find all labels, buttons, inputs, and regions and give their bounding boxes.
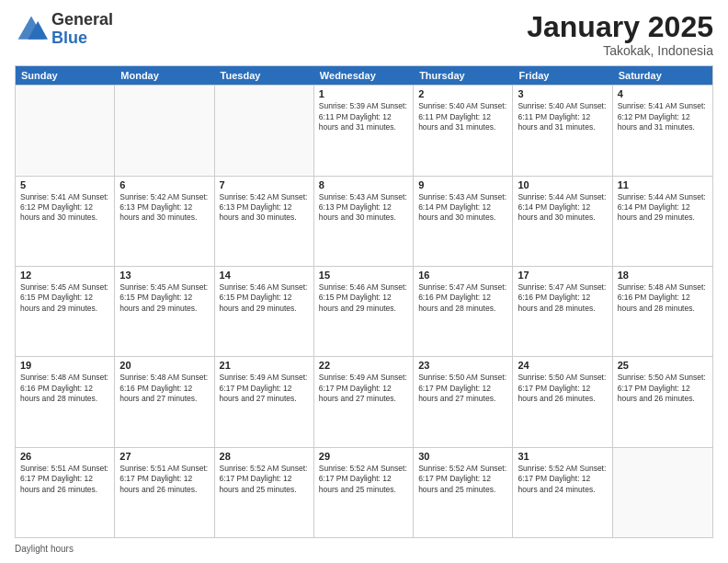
calendar-cell: 12Sunrise: 5:45 AM Sunset: 6:15 PM Dayli… xyxy=(16,267,115,356)
calendar-cell: 8Sunrise: 5:43 AM Sunset: 6:13 PM Daylig… xyxy=(314,177,414,266)
day-info: Sunrise: 5:47 AM Sunset: 6:16 PM Dayligh… xyxy=(418,282,507,314)
calendar-cell: 19Sunrise: 5:48 AM Sunset: 6:16 PM Dayli… xyxy=(16,357,115,446)
calendar: SundayMondayTuesdayWednesdayThursdayFrid… xyxy=(15,65,713,538)
day-number: 3 xyxy=(518,88,607,99)
day-info: Sunrise: 5:46 AM Sunset: 6:15 PM Dayligh… xyxy=(220,282,309,314)
day-info: Sunrise: 5:52 AM Sunset: 6:17 PM Dayligh… xyxy=(518,464,607,495)
day-number: 25 xyxy=(618,360,708,371)
day-info: Sunrise: 5:46 AM Sunset: 6:15 PM Dayligh… xyxy=(319,282,408,314)
calendar-cell: 3Sunrise: 5:40 AM Sunset: 6:11 PM Daylig… xyxy=(513,86,612,175)
calendar-cell: 27Sunrise: 5:51 AM Sunset: 6:17 PM Dayli… xyxy=(115,448,214,537)
day-number: 24 xyxy=(518,360,607,371)
calendar-cell: 20Sunrise: 5:48 AM Sunset: 6:16 PM Dayli… xyxy=(115,357,214,446)
calendar-cell: 30Sunrise: 5:52 AM Sunset: 6:17 PM Dayli… xyxy=(414,448,513,537)
calendar-header-cell: Sunday xyxy=(16,66,115,85)
calendar-cell: 10Sunrise: 5:44 AM Sunset: 6:14 PM Dayli… xyxy=(513,177,612,266)
day-number: 4 xyxy=(618,88,708,99)
day-number: 11 xyxy=(618,179,708,190)
day-info: Sunrise: 5:52 AM Sunset: 6:17 PM Dayligh… xyxy=(220,464,309,495)
day-info: Sunrise: 5:49 AM Sunset: 6:17 PM Dayligh… xyxy=(319,373,408,404)
day-number: 20 xyxy=(119,360,209,371)
day-number: 8 xyxy=(319,179,408,190)
header: General Blue January 2025 Takokak, Indon… xyxy=(15,11,713,58)
day-number: 5 xyxy=(20,179,109,190)
calendar-header-cell: Friday xyxy=(513,66,612,85)
footer: Daylight hours xyxy=(15,544,713,554)
calendar-cell: 11Sunrise: 5:44 AM Sunset: 6:14 PM Dayli… xyxy=(613,177,712,266)
day-number: 12 xyxy=(20,270,109,281)
calendar-week-row: 1Sunrise: 5:39 AM Sunset: 6:11 PM Daylig… xyxy=(16,85,712,175)
calendar-cell: 26Sunrise: 5:51 AM Sunset: 6:17 PM Dayli… xyxy=(16,448,115,537)
calendar-cell: 18Sunrise: 5:48 AM Sunset: 6:16 PM Dayli… xyxy=(613,267,712,356)
day-info: Sunrise: 5:48 AM Sunset: 6:16 PM Dayligh… xyxy=(20,373,109,404)
calendar-header-row: SundayMondayTuesdayWednesdayThursdayFrid… xyxy=(16,66,712,85)
calendar-cell: 9Sunrise: 5:43 AM Sunset: 6:14 PM Daylig… xyxy=(414,177,513,266)
logo: General Blue xyxy=(15,11,113,48)
calendar-week-row: 12Sunrise: 5:45 AM Sunset: 6:15 PM Dayli… xyxy=(16,266,712,356)
day-number: 18 xyxy=(618,270,708,281)
calendar-cell: 25Sunrise: 5:50 AM Sunset: 6:17 PM Dayli… xyxy=(613,357,712,446)
calendar-week-row: 19Sunrise: 5:48 AM Sunset: 6:16 PM Dayli… xyxy=(16,356,712,446)
day-info: Sunrise: 5:42 AM Sunset: 6:13 PM Dayligh… xyxy=(220,192,309,224)
day-info: Sunrise: 5:48 AM Sunset: 6:16 PM Dayligh… xyxy=(618,282,708,314)
logo-text: General Blue xyxy=(51,11,113,48)
day-number: 21 xyxy=(220,360,309,371)
calendar-cell xyxy=(115,86,214,175)
calendar-cell: 22Sunrise: 5:49 AM Sunset: 6:17 PM Dayli… xyxy=(314,357,414,446)
day-info: Sunrise: 5:49 AM Sunset: 6:17 PM Dayligh… xyxy=(220,373,309,404)
day-info: Sunrise: 5:52 AM Sunset: 6:17 PM Dayligh… xyxy=(418,464,507,495)
calendar-header-cell: Tuesday xyxy=(215,66,314,85)
day-number: 14 xyxy=(220,270,309,281)
day-number: 16 xyxy=(418,270,507,281)
day-info: Sunrise: 5:41 AM Sunset: 6:12 PM Dayligh… xyxy=(20,192,109,224)
calendar-header-cell: Thursday xyxy=(414,66,513,85)
title-month: January 2025 xyxy=(527,11,713,43)
logo-icon xyxy=(15,13,48,46)
calendar-week-row: 5Sunrise: 5:41 AM Sunset: 6:12 PM Daylig… xyxy=(16,176,712,266)
calendar-body: 1Sunrise: 5:39 AM Sunset: 6:11 PM Daylig… xyxy=(16,85,712,537)
day-info: Sunrise: 5:44 AM Sunset: 6:14 PM Dayligh… xyxy=(518,192,607,224)
calendar-header-cell: Monday xyxy=(115,66,214,85)
day-info: Sunrise: 5:52 AM Sunset: 6:17 PM Dayligh… xyxy=(319,464,408,495)
day-number: 1 xyxy=(319,88,408,99)
day-number: 15 xyxy=(319,270,408,281)
day-info: Sunrise: 5:50 AM Sunset: 6:17 PM Dayligh… xyxy=(618,373,708,404)
calendar-cell: 13Sunrise: 5:45 AM Sunset: 6:15 PM Dayli… xyxy=(115,267,214,356)
calendar-cell: 17Sunrise: 5:47 AM Sunset: 6:16 PM Dayli… xyxy=(513,267,612,356)
logo-blue-text: Blue xyxy=(51,29,113,48)
day-info: Sunrise: 5:45 AM Sunset: 6:15 PM Dayligh… xyxy=(119,282,209,314)
title-block: January 2025 Takokak, Indonesia xyxy=(527,11,713,58)
calendar-cell xyxy=(215,86,314,175)
logo-general-text: General xyxy=(51,11,113,29)
day-info: Sunrise: 5:51 AM Sunset: 6:17 PM Dayligh… xyxy=(119,464,209,495)
day-number: 30 xyxy=(418,451,507,462)
day-info: Sunrise: 5:47 AM Sunset: 6:16 PM Dayligh… xyxy=(518,282,607,314)
day-info: Sunrise: 5:50 AM Sunset: 6:17 PM Dayligh… xyxy=(418,373,507,404)
day-number: 2 xyxy=(418,88,507,99)
calendar-cell: 14Sunrise: 5:46 AM Sunset: 6:15 PM Dayli… xyxy=(215,267,314,356)
title-location: Takokak, Indonesia xyxy=(527,43,713,58)
calendar-cell xyxy=(16,86,115,175)
day-number: 27 xyxy=(119,451,209,462)
calendar-cell: 29Sunrise: 5:52 AM Sunset: 6:17 PM Dayli… xyxy=(314,448,414,537)
calendar-week-row: 26Sunrise: 5:51 AM Sunset: 6:17 PM Dayli… xyxy=(16,447,712,537)
calendar-cell: 16Sunrise: 5:47 AM Sunset: 6:16 PM Dayli… xyxy=(414,267,513,356)
day-info: Sunrise: 5:39 AM Sunset: 6:11 PM Dayligh… xyxy=(319,101,408,132)
day-info: Sunrise: 5:44 AM Sunset: 6:14 PM Dayligh… xyxy=(618,192,708,224)
day-number: 10 xyxy=(518,179,607,190)
day-number: 26 xyxy=(20,451,109,462)
day-info: Sunrise: 5:42 AM Sunset: 6:13 PM Dayligh… xyxy=(119,192,209,224)
calendar-cell: 23Sunrise: 5:50 AM Sunset: 6:17 PM Dayli… xyxy=(414,357,513,446)
day-info: Sunrise: 5:50 AM Sunset: 6:17 PM Dayligh… xyxy=(518,373,607,404)
calendar-cell: 21Sunrise: 5:49 AM Sunset: 6:17 PM Dayli… xyxy=(215,357,314,446)
day-number: 22 xyxy=(319,360,408,371)
day-info: Sunrise: 5:40 AM Sunset: 6:11 PM Dayligh… xyxy=(418,101,507,132)
day-number: 7 xyxy=(220,179,309,190)
day-info: Sunrise: 5:41 AM Sunset: 6:12 PM Dayligh… xyxy=(618,101,708,132)
calendar-cell: 1Sunrise: 5:39 AM Sunset: 6:11 PM Daylig… xyxy=(314,86,414,175)
day-info: Sunrise: 5:45 AM Sunset: 6:15 PM Dayligh… xyxy=(20,282,109,314)
calendar-cell: 28Sunrise: 5:52 AM Sunset: 6:17 PM Dayli… xyxy=(215,448,314,537)
calendar-cell: 31Sunrise: 5:52 AM Sunset: 6:17 PM Dayli… xyxy=(513,448,612,537)
calendar-cell: 24Sunrise: 5:50 AM Sunset: 6:17 PM Dayli… xyxy=(513,357,612,446)
calendar-cell: 7Sunrise: 5:42 AM Sunset: 6:13 PM Daylig… xyxy=(215,177,314,266)
